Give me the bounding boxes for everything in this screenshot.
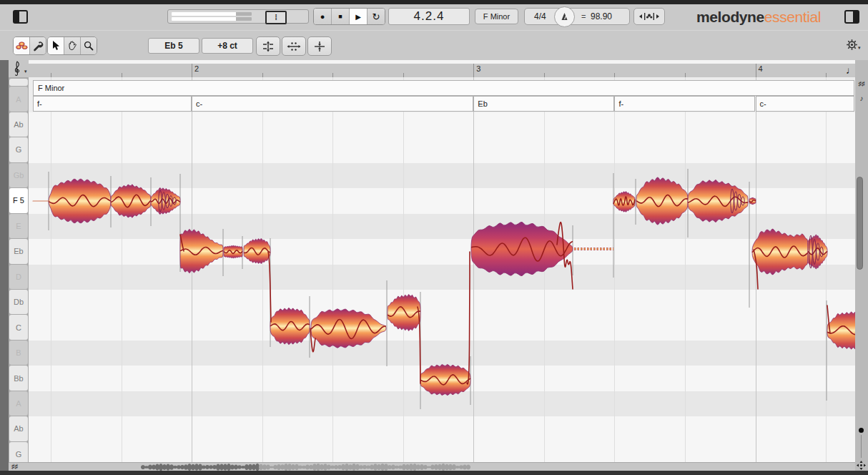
note-assignment-icon [638,11,660,21]
level-meter[interactable]: ⁞ [167,9,309,24]
sharps-icon: ♯♯ [859,80,865,87]
chord-cell[interactable]: Eb [473,96,614,112]
pitch-row [29,239,855,264]
pitch-key-A[interactable]: A [9,87,28,111]
stop-button[interactable]: ■ [332,9,350,24]
cycle-button[interactable]: ↻ [368,9,385,24]
quantize-time-macro-button[interactable] [282,36,306,56]
wrench-tool-button[interactable] [30,37,46,54]
note-pitch-field[interactable]: Eb 5 [148,38,199,54]
chord-cell[interactable]: f- [33,96,192,112]
bar-number: 3 [476,64,480,73]
vertical-zoom-dot[interactable] [859,428,864,433]
bar-line [756,77,756,462]
song-position-display[interactable]: 4.2.4 [388,8,470,25]
metronome-icon[interactable] [554,6,575,27]
edit-mode-group [13,36,46,55]
pitch-cents-value: +8 ct [217,41,237,51]
stop-icon: ■ [338,13,342,20]
bar-tick [192,64,192,77]
play-button[interactable]: ▶ [350,9,368,24]
leveling-macro-button[interactable] [307,36,332,56]
cycle-icon: ↻ [373,11,380,22]
bar-number: 4 [759,64,763,73]
correct-pitch-macro-button[interactable] [256,36,280,56]
chord-cell[interactable]: f- [614,96,755,112]
clef-corner[interactable]: ▾ [9,60,29,77]
quarter-note-icon: ♩ [846,64,856,76]
chord-track: f-c-Ebf-c- [33,96,854,112]
time-signature-value[interactable]: 4/4 [534,11,546,21]
bar-tick [756,64,756,77]
title-toolbar: ⁞ ● ■ ▶ ↻ 4.2.4 F Minor 4/4 = 98.90 melo… [0,4,868,30]
sync-dots-icon: ⁞ [275,14,277,21]
clef-caret-icon: ▾ [24,69,27,74]
chord-display-toggle[interactable]: ♪ [857,94,867,102]
grid-unit-corner[interactable]: ♩▾ [846,64,855,77]
pitch-key-Ab[interactable]: Ab [9,112,28,137]
pitch-key-D[interactable]: D [9,265,28,289]
chord-cell[interactable]: c- [192,96,473,112]
bar-line [473,77,474,462]
chord-sharps-toggle[interactable]: ♯♯ [857,80,867,87]
cursor-tool-group [47,36,97,55]
blob-tool-icon [16,41,28,50]
note-pitch-value: Eb 5 [164,41,182,51]
pitch-row [29,163,855,188]
beat-line [403,77,404,462]
right-panel-toggle-icon[interactable] [844,10,859,24]
pitch-key-A[interactable]: A [9,391,28,416]
pitch-row [29,137,855,162]
key-display-button[interactable]: F Minor [475,9,518,24]
settings-caret-icon: ▾ [858,45,861,51]
beat-line [51,77,51,462]
pitch-row [29,366,855,391]
monitor-button[interactable]: ⁞ [265,11,287,24]
tempo-group[interactable]: 4/4 = 98.90 [524,8,630,25]
pitch-cents-field[interactable]: +8 ct [202,38,253,54]
pitch-key-C[interactable]: C [9,315,28,339]
pitch-key-Db[interactable]: Db [9,290,28,314]
pitch-key-Gb[interactable]: Gb [9,163,28,187]
key-value: F Minor [483,12,510,21]
tempo-equals-sign: = [581,12,586,21]
key-track[interactable]: F Minor [33,80,854,96]
overview-sharps-icon[interactable]: ♯♯ [11,463,18,470]
beat-line [685,77,686,462]
treble-clef-icon [11,61,23,77]
pitch-key-Bb[interactable]: Bb [9,366,28,390]
bar-line [192,77,192,462]
pitch-key-E[interactable]: E [9,214,28,238]
pitch-key-Ab[interactable]: Ab [9,416,28,441]
beat-line [122,77,122,462]
record-button[interactable]: ● [314,9,332,24]
beat-line [826,77,827,462]
note-editor-grid[interactable] [29,77,855,462]
beat-line [544,77,545,462]
pitch-key-Eb[interactable]: Eb [9,239,28,263]
zoom-tool-button[interactable] [81,37,97,54]
arrow-tool-button[interactable] [48,37,64,54]
pitch-key-partial[interactable] [9,79,28,86]
tempo-value[interactable]: 98.90 [591,11,612,21]
pitch-key-G[interactable]: G [9,137,28,162]
logo-melodyne: melodyne [696,9,764,25]
app-logo: melodyneessential [696,9,821,26]
chord-cell[interactable]: c- [756,96,855,112]
left-panel-toggle-icon[interactable] [13,10,28,24]
play-icon: ▶ [355,13,361,21]
overview-blob-group [141,464,260,471]
scroll-zoom-corner-icon[interactable] [857,461,866,470]
pitch-row [29,112,855,137]
wrench-icon [33,41,44,52]
note-assignment-button[interactable] [633,8,665,25]
pitch-key-F5[interactable]: F 5 [9,188,28,212]
hand-tool-button[interactable] [64,37,81,54]
pitch-ruler[interactable]: AAbGGbF 5EEbDDbCBBbAAbG [9,77,29,462]
pitch-key-G[interactable]: G [9,442,28,462]
settings-button[interactable]: ▾ [846,39,861,51]
main-tool-button[interactable] [14,37,30,54]
timeline-ruler[interactable]: 234 [29,64,855,78]
vertical-scrollbar-thumb[interactable] [857,177,863,270]
pitch-key-B[interactable]: B [9,341,28,365]
